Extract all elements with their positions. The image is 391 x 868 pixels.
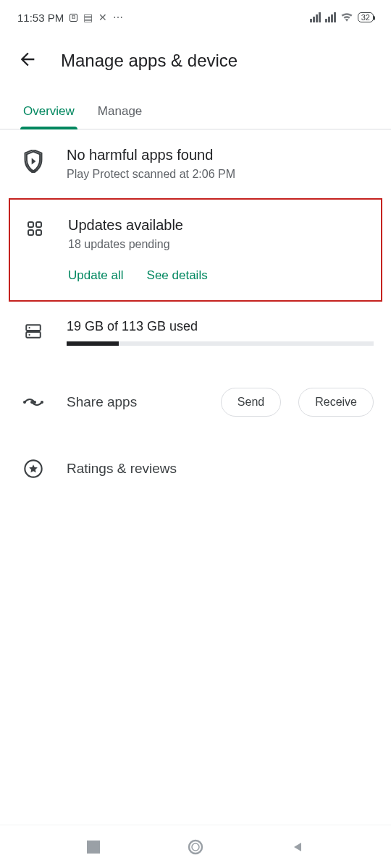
updates-title: Updates available xyxy=(68,217,372,234)
page-title: Manage apps & device xyxy=(61,51,237,71)
see-details-link[interactable]: See details xyxy=(147,268,208,283)
svg-point-11 xyxy=(30,401,33,404)
more-icon: ⋯ xyxy=(113,12,123,23)
share-label: Share apps xyxy=(67,394,203,410)
tabs: Overview Manage xyxy=(0,94,391,129)
nav-home-button[interactable] xyxy=(187,838,204,856)
svg-point-9 xyxy=(41,401,43,404)
protect-subtitle: Play Protect scanned at 2:06 PM xyxy=(67,168,374,181)
svg-rect-2 xyxy=(28,230,33,235)
storage-fill xyxy=(67,341,119,346)
status-left: 11:53 PM B ▤ ✕ ⋯ xyxy=(17,12,123,24)
play-protect-row[interactable]: No harmful apps found Play Protect scann… xyxy=(0,129,391,198)
star-circle-icon xyxy=(17,459,49,479)
storage-bar xyxy=(67,341,374,346)
share-row: Share apps Send Receive xyxy=(0,363,391,441)
send-button[interactable]: Send xyxy=(221,388,281,417)
shield-icon xyxy=(17,147,49,173)
svg-point-8 xyxy=(23,401,26,404)
ratings-label: Ratings & reviews xyxy=(67,461,177,477)
update-all-link[interactable]: Update all xyxy=(68,268,124,283)
header: Manage apps & device xyxy=(0,35,391,94)
ratings-row[interactable]: Ratings & reviews xyxy=(0,441,391,496)
updates-highlight: Updates available 18 updates pending Upd… xyxy=(9,198,382,302)
receive-button[interactable]: Receive xyxy=(298,388,374,417)
storage-text: 19 GB of 113 GB used xyxy=(67,319,374,334)
svg-rect-4 xyxy=(26,325,41,331)
content: No harmful apps found Play Protect scann… xyxy=(0,129,391,496)
svg-point-15 xyxy=(192,843,199,851)
storage-row[interactable]: 19 GB of 113 GB used xyxy=(0,302,391,363)
signal-icon-1 xyxy=(310,12,321,22)
svg-point-6 xyxy=(29,327,30,328)
apps-grid-icon xyxy=(19,217,51,237)
back-button[interactable] xyxy=(17,49,38,72)
missed-call-icon: ✕ xyxy=(98,12,107,23)
svg-rect-0 xyxy=(28,222,33,227)
svg-rect-5 xyxy=(26,332,41,338)
svg-rect-3 xyxy=(36,230,41,235)
tab-overview[interactable]: Overview xyxy=(23,94,75,129)
storage-icon xyxy=(17,319,49,341)
nav-bar xyxy=(0,825,391,868)
notif-card-icon: ▤ xyxy=(83,12,93,23)
svg-rect-1 xyxy=(36,222,41,227)
nav-back-button[interactable] xyxy=(291,841,304,854)
svg-point-7 xyxy=(29,334,30,336)
svg-rect-13 xyxy=(87,841,100,854)
wifi-icon xyxy=(340,12,353,24)
status-bar: 11:53 PM B ▤ ✕ ⋯ 32 xyxy=(0,0,391,35)
protect-title: No harmful apps found xyxy=(67,147,374,163)
updates-row: Updates available 18 updates pending Upd… xyxy=(10,200,381,300)
svg-point-14 xyxy=(189,841,202,854)
updates-subtitle: 18 updates pending xyxy=(68,238,372,251)
status-right: 32 xyxy=(310,12,374,24)
signal-icon-2 xyxy=(325,12,336,22)
tab-manage[interactable]: Manage xyxy=(98,94,142,129)
svg-point-10 xyxy=(33,401,36,404)
share-icon xyxy=(17,395,49,409)
status-time: 11:53 PM xyxy=(17,12,64,24)
nav-recent-button[interactable] xyxy=(87,841,100,854)
battery-icon: 32 xyxy=(358,12,374,22)
notif-b-icon: B xyxy=(70,14,77,22)
